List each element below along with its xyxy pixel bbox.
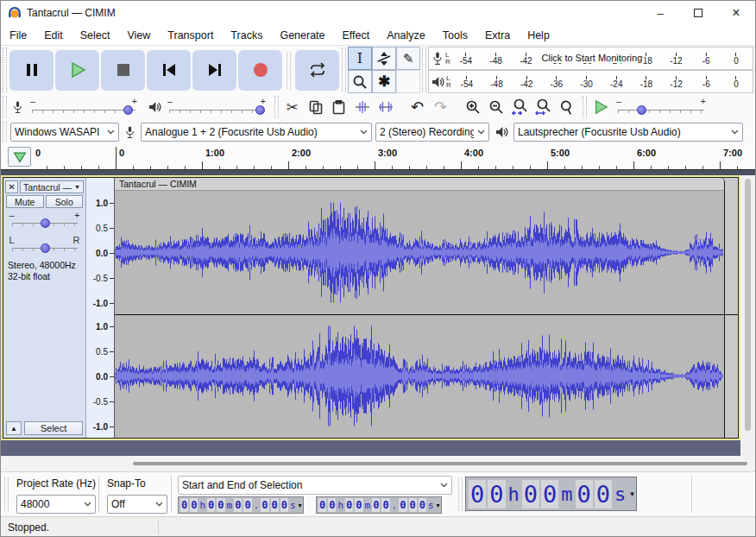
zoom-out-button[interactable] — [484, 96, 507, 118]
mute-button[interactable]: Mute — [6, 195, 44, 208]
time-digit[interactable]: 0 — [217, 498, 224, 512]
track-gain-slider[interactable]: – + — [7, 211, 83, 231]
solo-button[interactable]: Solo — [46, 195, 84, 208]
skip-to-start-button[interactable] — [147, 50, 191, 91]
recording-meter[interactable]: LR -54-48-42-36-30-24-18-12-60 Click to … — [428, 47, 753, 70]
pan-thumb[interactable] — [41, 243, 50, 253]
paste-button[interactable] — [327, 96, 350, 118]
time-digit[interactable]: 0 — [399, 498, 406, 512]
menu-extra[interactable]: Extra — [478, 27, 517, 44]
loop-button[interactable] — [295, 50, 339, 91]
undo-button[interactable]: ↶ — [406, 96, 429, 118]
draw-tool-button[interactable]: ✎ — [396, 47, 420, 70]
time-unit[interactable]: h — [337, 499, 343, 512]
vertical-scale-ruler[interactable]: 1.00.50.0-0.5-1.01.00.50.0-0.5-1.0 — [86, 178, 115, 438]
track-pan-slider[interactable]: L R — [7, 236, 83, 256]
cut-button[interactable]: ✂ — [280, 96, 304, 118]
pause-button[interactable] — [9, 50, 54, 91]
time-digit[interactable]: 0 — [243, 498, 251, 512]
time-unit[interactable]: . — [392, 499, 398, 512]
selection-end-time[interactable]: 00h00m00.000s▾ — [316, 496, 442, 514]
time-unit[interactable]: m — [365, 499, 371, 512]
copy-button[interactable] — [304, 96, 327, 118]
time-digit[interactable]: 0 — [522, 480, 539, 509]
time-unit[interactable]: s — [290, 499, 296, 512]
audio-position-display[interactable]: 00h00m00s▾ — [465, 477, 637, 511]
loop-grip[interactable] — [287, 52, 291, 89]
menu-tracks[interactable]: Tracks — [224, 27, 269, 44]
zoom-toggle-button[interactable] — [554, 96, 577, 118]
fit-project-button[interactable] — [531, 96, 554, 118]
redo-button[interactable]: ↷ — [429, 96, 452, 118]
recording-volume-thumb[interactable] — [123, 105, 133, 115]
time-digit[interactable]: 0 — [409, 498, 417, 512]
tools-toolbar-grip[interactable] — [342, 47, 346, 92]
track-menu-button[interactable]: Tantacrul — ▼ — [20, 180, 84, 193]
play-button[interactable] — [55, 50, 99, 91]
time-format-arrow-icon[interactable]: ▾ — [299, 502, 302, 509]
time-digit[interactable]: 0 — [180, 498, 188, 512]
time-unit[interactable]: s — [428, 499, 434, 512]
time-digit[interactable]: 0 — [576, 480, 593, 509]
vertical-scrollbar[interactable] — [740, 175, 755, 456]
time-digit[interactable]: 0 — [372, 498, 380, 512]
time-digit[interactable]: 0 — [345, 498, 353, 512]
time-digit[interactable]: 0 — [355, 498, 362, 512]
menu-select[interactable]: Select — [73, 27, 117, 44]
time-digit[interactable]: 0 — [234, 498, 242, 512]
time-digit[interactable]: 0 — [318, 498, 326, 512]
play-speed-thumb[interactable] — [637, 105, 646, 115]
time-digit[interactable]: 0 — [271, 498, 279, 512]
silence-audio-button[interactable] — [374, 96, 397, 118]
time-unit[interactable]: h — [199, 499, 205, 512]
horizontal-scrollbar-thumb[interactable] — [133, 462, 747, 465]
selection-mode-select[interactable]: Start and End of Selection — [178, 476, 452, 495]
time-digit[interactable]: 0 — [488, 480, 505, 509]
snap-to-select[interactable]: Off — [107, 495, 167, 514]
menu-analyze[interactable]: Analyze — [380, 27, 432, 44]
stop-button[interactable] — [101, 50, 145, 91]
track-select-button[interactable]: Select — [24, 421, 83, 435]
pinned-play-head-button[interactable] — [8, 147, 31, 167]
menu-file[interactable]: File — [3, 27, 34, 44]
vertical-scrollbar-thumb[interactable] — [745, 179, 751, 431]
playback-meter[interactable]: LR -54-48-42-36-30-24-18-12-60 — [428, 70, 753, 93]
menu-edit[interactable]: Edit — [37, 27, 70, 44]
gain-thumb[interactable] — [41, 218, 50, 228]
time-digit[interactable]: 0 — [595, 480, 612, 509]
edit-toolbar-grip[interactable] — [274, 96, 279, 118]
time-unit[interactable]: m — [560, 483, 573, 506]
menu-view[interactable]: View — [120, 27, 157, 44]
time-digit[interactable]: 0 — [207, 498, 215, 512]
selection-toolbar-grip[interactable] — [4, 477, 9, 511]
menu-transport[interactable]: Transport — [161, 27, 220, 44]
time-digit[interactable]: 0 — [328, 498, 336, 512]
playback-device-select[interactable]: Lautsprecher (Focusrite Usb Audio) — [513, 123, 743, 142]
fit-selection-button[interactable] — [507, 96, 531, 118]
skip-to-end-button[interactable] — [192, 50, 236, 91]
envelope-tool-button[interactable] — [372, 47, 396, 70]
device-toolbar-grip[interactable] — [3, 122, 7, 142]
time-toolbar-grip[interactable] — [458, 477, 463, 511]
zoom-tool-button[interactable] — [348, 70, 372, 93]
minimize-button[interactable]: – — [641, 1, 679, 25]
close-button[interactable]: × — [717, 1, 755, 25]
playback-volume-thumb[interactable] — [255, 105, 265, 115]
time-unit[interactable]: h — [507, 483, 520, 506]
menu-generate[interactable]: Generate — [273, 27, 331, 44]
monitoring-hint[interactable]: Click to Start Monitoring — [539, 53, 646, 63]
recording-volume-slider[interactable]: – + — [27, 96, 141, 118]
time-format-arrow-icon[interactable]: ▾ — [630, 490, 634, 498]
project-rate-select[interactable]: 48000 — [16, 495, 96, 514]
play-speed-slider[interactable]: – + — [613, 96, 709, 118]
menu-help[interactable]: Help — [520, 27, 557, 44]
audio-clip[interactable]: Tantacrul — CIMIM — [115, 178, 725, 438]
collapse-track-button[interactable]: ▲ — [6, 421, 22, 435]
record-button[interactable] — [238, 50, 282, 91]
time-format-arrow-icon[interactable]: ▾ — [437, 502, 440, 509]
mixer-toolbar-grip[interactable] — [3, 96, 7, 118]
selection-start-time[interactable]: 00h00m00.000s▾ — [178, 496, 304, 514]
recording-channels-select[interactable]: 2 (Stereo) Recording Chanı — [375, 123, 489, 142]
transport-toolbar-grip[interactable] — [3, 47, 7, 92]
time-digit[interactable]: 0 — [261, 498, 268, 512]
